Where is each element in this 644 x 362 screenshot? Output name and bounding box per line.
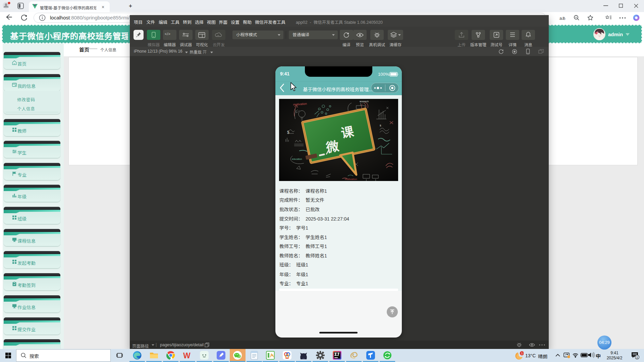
svg-text:1: 1 bbox=[521, 352, 523, 355]
svg-text:微: 微 bbox=[325, 139, 340, 155]
svg-text:$: $ bbox=[287, 130, 289, 135]
svg-text:education: education bbox=[292, 158, 302, 160]
svg-text:motivation: motivation bbox=[345, 178, 357, 181]
svg-text:$: $ bbox=[380, 124, 381, 127]
svg-text:1: 1 bbox=[636, 356, 638, 359]
svg-text:research: research bbox=[360, 100, 369, 103]
